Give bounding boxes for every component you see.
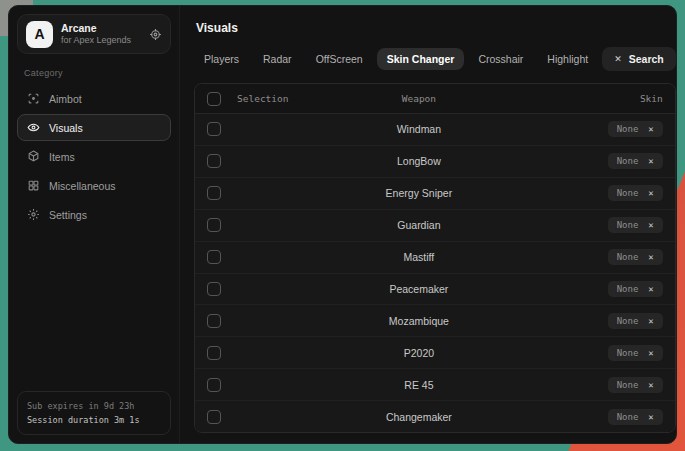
row-checkbox[interactable] [207, 154, 221, 168]
skin-value: None [617, 220, 639, 230]
skin-value: None [617, 348, 639, 358]
gear-icon [27, 208, 40, 221]
weapon-name: Guardian [347, 219, 579, 231]
skin-value-badge[interactable]: None✕ [608, 281, 663, 297]
tab-crosshair[interactable]: Crosshair [468, 48, 533, 70]
cube-icon [27, 150, 40, 163]
table-row: Guardian None✕ [195, 210, 675, 242]
table-row: Mozambique None✕ [195, 305, 675, 337]
sidebar-item-miscellaneous[interactable]: Miscellaneous [17, 172, 171, 199]
skin-value-badge[interactable]: None✕ [608, 313, 663, 329]
skin-value-badge[interactable]: None✕ [608, 409, 663, 425]
table-row: Changemaker None✕ [195, 401, 675, 432]
sidebar-item-visuals[interactable]: Visuals [17, 114, 171, 141]
weapon-name: LongBow [347, 155, 579, 167]
clear-skin-icon[interactable]: ✕ [648, 284, 653, 294]
skin-value-badge[interactable]: None✕ [608, 345, 663, 361]
clear-skin-icon[interactable]: ✕ [648, 316, 653, 326]
skin-value-badge[interactable]: None✕ [608, 377, 663, 393]
table-row: RE 45 None✕ [195, 369, 675, 401]
session-duration-text: Session duration 3m 1s [27, 413, 161, 427]
table-row: Mastiff None✕ [195, 242, 675, 274]
weapon-name: Peacemaker [347, 283, 579, 295]
column-header-selection: Selection [237, 93, 347, 104]
tab-radar[interactable]: Radar [253, 48, 302, 70]
clear-skin-icon[interactable]: ✕ [648, 380, 653, 390]
column-header-weapon: Weapon [347, 93, 579, 104]
table-row: LongBow None✕ [195, 146, 675, 178]
table-row: P2020 None✕ [195, 337, 675, 369]
tab-offscreen[interactable]: OffScreen [306, 48, 373, 70]
crosshair-icon [27, 92, 40, 105]
skin-value-badge[interactable]: None✕ [608, 153, 663, 169]
tab-highlight[interactable]: Highlight [537, 48, 598, 70]
table-header-row: Selection Weapon Skin [195, 84, 675, 114]
row-checkbox[interactable] [207, 346, 221, 360]
tab-skin-changer[interactable]: Skin Changer [377, 48, 465, 70]
sidebar-item-label: Visuals [49, 122, 83, 134]
sidebar-item-settings[interactable]: Settings [17, 201, 171, 228]
row-checkbox[interactable] [207, 378, 221, 392]
search-button[interactable]: ✕ Search [602, 47, 676, 71]
sidebar-item-label: Settings [49, 209, 87, 221]
row-checkbox[interactable] [207, 410, 221, 424]
eye-scan-icon [27, 121, 40, 134]
weapon-name: P2020 [347, 347, 579, 359]
app-logo: A [26, 21, 53, 48]
table-row: Windman None✕ [195, 114, 675, 146]
clear-skin-icon[interactable]: ✕ [648, 412, 653, 422]
skin-value: None [617, 252, 639, 262]
skin-table: Selection Weapon Skin Windman None✕ Long… [194, 83, 676, 433]
clear-skin-icon[interactable]: ✕ [648, 252, 653, 262]
skin-value: None [617, 412, 639, 422]
skin-value: None [617, 380, 639, 390]
clear-skin-icon[interactable]: ✕ [648, 220, 653, 230]
page-title: Visuals [196, 21, 676, 35]
weapon-name: Changemaker [347, 411, 579, 423]
row-checkbox[interactable] [207, 250, 221, 264]
row-checkbox[interactable] [207, 314, 221, 328]
table-row: Energy Sniper None✕ [195, 178, 675, 210]
skin-value-badge[interactable]: None✕ [608, 185, 663, 201]
skin-value: None [617, 316, 639, 326]
skin-value: None [617, 284, 639, 294]
table-row: Peacemaker None✕ [195, 274, 675, 306]
clear-skin-icon[interactable]: ✕ [648, 124, 653, 134]
app-window: A Arcane for Apex Legends Category Aimbo [8, 5, 677, 444]
weapon-name: Mozambique [347, 315, 579, 327]
skin-value-badge[interactable]: None✕ [608, 121, 663, 137]
row-checkbox[interactable] [207, 186, 221, 200]
sub-expires-text: Sub expires in 9d 23h [27, 399, 161, 413]
search-icon: ✕ [614, 54, 622, 64]
app-title: Arcane [61, 22, 141, 35]
main-panel: Visuals Players Radar OffScreen Skin Cha… [179, 6, 677, 443]
weapon-name: Windman [347, 123, 579, 135]
skin-value-badge[interactable]: None✕ [608, 249, 663, 265]
weapon-name: Energy Sniper [347, 187, 579, 199]
row-checkbox[interactable] [207, 218, 221, 232]
clear-skin-icon[interactable]: ✕ [648, 156, 653, 166]
skin-value: None [617, 124, 639, 134]
app-header-text: Arcane for Apex Legends [61, 22, 141, 46]
subscription-info-card: Sub expires in 9d 23h Session duration 3… [17, 391, 171, 435]
row-checkbox[interactable] [207, 282, 221, 296]
skin-value: None [617, 156, 639, 166]
skin-value: None [617, 188, 639, 198]
weapon-name: RE 45 [347, 379, 579, 391]
clear-skin-icon[interactable]: ✕ [648, 348, 653, 358]
sidebar-item-items[interactable]: Items [17, 143, 171, 170]
clear-skin-icon[interactable]: ✕ [648, 188, 653, 198]
row-checkbox[interactable] [207, 122, 221, 136]
gear-icon[interactable] [149, 28, 162, 41]
column-header-skin: Skin [579, 93, 675, 104]
select-all-checkbox[interactable] [207, 92, 221, 106]
app-subtitle: for Apex Legends [61, 35, 141, 46]
app-header-card: A Arcane for Apex Legends [17, 14, 171, 54]
skin-value-badge[interactable]: None✕ [608, 217, 663, 233]
category-label: Category [24, 68, 171, 78]
sidebar-item-label: Miscellaneous [49, 180, 116, 192]
grid-icon [27, 179, 40, 192]
sidebar-item-label: Items [49, 151, 75, 163]
sidebar-item-aimbot[interactable]: Aimbot [17, 85, 171, 112]
tab-players[interactable]: Players [194, 48, 249, 70]
